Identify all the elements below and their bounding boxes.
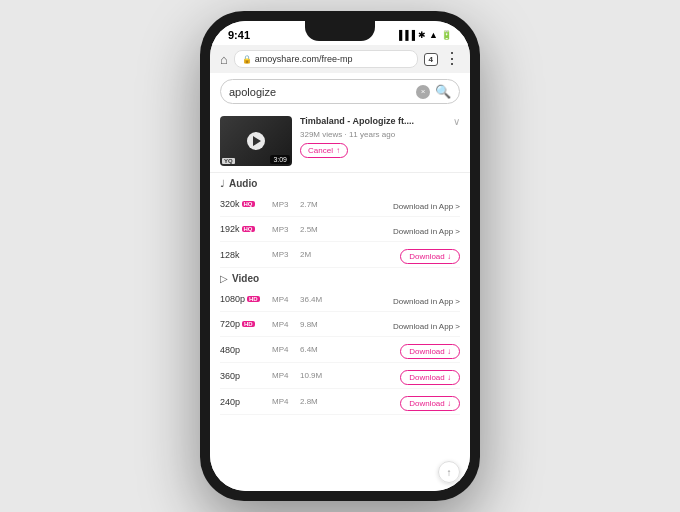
- clear-search-button[interactable]: ×: [416, 85, 430, 99]
- vq-badge: YQ: [222, 158, 235, 164]
- action-col: Download ↓: [332, 340, 460, 359]
- action-col: Download in App >: [332, 195, 460, 213]
- download-in-app-link[interactable]: Download in App >: [393, 322, 460, 331]
- size-2.7m: 2.7M: [300, 200, 332, 209]
- quality-text: 360p: [220, 371, 240, 381]
- video-row-240p: 240p MP4 2.8M Download ↓: [220, 389, 460, 415]
- expand-icon[interactable]: ∨: [453, 116, 460, 127]
- quality-128k: 128k: [220, 250, 272, 260]
- size-6.4m: 6.4M: [300, 345, 332, 354]
- scroll-up-icon: ↑: [447, 467, 452, 478]
- search-bar[interactable]: apologize × 🔍: [220, 79, 460, 104]
- download-button-360p[interactable]: Download ↓: [400, 370, 460, 385]
- action-col: Download in App >: [332, 315, 460, 333]
- format-mp3: MP3: [272, 200, 300, 209]
- download-button-128k[interactable]: Download ↓: [400, 249, 460, 264]
- video-row-720p: 720p HD MP4 9.8M Download in App >: [220, 312, 460, 337]
- play-button[interactable]: [247, 132, 265, 150]
- search-query: apologize: [229, 86, 411, 98]
- quality-1080p: 1080p HD: [220, 294, 272, 304]
- download-in-app-link[interactable]: Download in App >: [393, 297, 460, 306]
- action-col: Download ↓: [332, 245, 460, 264]
- audio-row-128k: 128k MP3 2M Download ↓: [220, 242, 460, 268]
- format-mp4: MP4: [272, 371, 300, 380]
- browser-chrome: ⌂ 🔒 amoyshare.com/free-mp 4 ⋮: [210, 45, 470, 73]
- cancel-label: Cancel: [308, 146, 333, 155]
- video-result-card: 3:09 YQ Timbaland - Apologize ft.... 329…: [210, 110, 470, 173]
- hd-badge: HD: [247, 296, 260, 302]
- tab-count[interactable]: 4: [424, 53, 438, 66]
- lock-icon: 🔒: [242, 55, 252, 64]
- home-icon[interactable]: ⌂: [220, 52, 228, 67]
- format-mp3: MP3: [272, 225, 300, 234]
- action-col: Download ↓: [332, 392, 460, 411]
- play-icon: [253, 136, 261, 146]
- scroll-to-top-button[interactable]: ↑: [438, 461, 460, 483]
- url-text: amoyshare.com/free-mp: [255, 54, 410, 64]
- video-meta: 329M views · 11 years ago: [300, 130, 445, 139]
- download-in-app-link[interactable]: Download in App >: [393, 202, 460, 211]
- quality-360p: 360p: [220, 371, 272, 381]
- video-section-title: Video: [232, 273, 259, 284]
- action-col: Download ↓: [332, 366, 460, 385]
- action-col: Download in App >: [332, 290, 460, 308]
- signal-icon: ▐▐▐: [396, 30, 415, 40]
- video-download-section: ▷ Video 1080p HD MP4 36.4M Download in A…: [210, 268, 470, 415]
- size-36.4m: 36.4M: [300, 295, 332, 304]
- format-mp4: MP4: [272, 345, 300, 354]
- search-container: apologize × 🔍: [210, 73, 470, 110]
- audio-icon: ♩: [220, 178, 225, 189]
- browser-toolbar: ⌂ 🔒 amoyshare.com/free-mp 4 ⋮: [220, 50, 460, 68]
- download-button-240p[interactable]: Download ↓: [400, 396, 460, 411]
- video-thumbnail[interactable]: 3:09 YQ: [220, 116, 292, 166]
- download-button-480p[interactable]: Download ↓: [400, 344, 460, 359]
- hq-badge: HQ: [242, 226, 255, 232]
- quality-text: 480p: [220, 345, 240, 355]
- video-info: Timbaland - Apologize ft.... 329M views …: [300, 116, 445, 158]
- address-bar[interactable]: 🔒 amoyshare.com/free-mp: [234, 50, 418, 68]
- quality-480p: 480p: [220, 345, 272, 355]
- size-2.8m: 2.8M: [300, 397, 332, 406]
- phone-frame: 9:41 ▐▐▐ ✱ ▲ 🔋 ⌂ 🔒 amoyshare.com/free-mp…: [200, 11, 480, 501]
- audio-row-320k: 320k HQ MP3 2.7M Download in App >: [220, 192, 460, 217]
- quality-240p: 240p: [220, 397, 272, 407]
- bluetooth-icon: ✱: [418, 30, 426, 40]
- content-area: 3:09 YQ Timbaland - Apologize ft.... 329…: [210, 110, 470, 491]
- quality-text: 240p: [220, 397, 240, 407]
- status-icons: ▐▐▐ ✱ ▲ 🔋: [396, 30, 452, 40]
- phone-screen: 9:41 ▐▐▐ ✱ ▲ 🔋 ⌂ 🔒 amoyshare.com/free-mp…: [210, 21, 470, 491]
- size-2m: 2M: [300, 250, 332, 259]
- quality-text: 1080p: [220, 294, 245, 304]
- size-2.5m: 2.5M: [300, 225, 332, 234]
- download-in-app-link[interactable]: Download in App >: [393, 227, 460, 236]
- status-time: 9:41: [228, 29, 250, 41]
- format-mp3: MP3: [272, 250, 300, 259]
- video-section-header: ▷ Video: [220, 268, 460, 287]
- format-mp4: MP4: [272, 320, 300, 329]
- more-menu-icon[interactable]: ⋮: [444, 51, 460, 67]
- quality-text: 320k: [220, 199, 240, 209]
- video-row-360p: 360p MP4 10.9M Download ↓: [220, 363, 460, 389]
- video-row-480p: 480p MP4 6.4M Download ↓: [220, 337, 460, 363]
- hd-badge: HD: [242, 321, 255, 327]
- battery-icon: 🔋: [441, 30, 452, 40]
- video-row-1080p: 1080p HD MP4 36.4M Download in App >: [220, 287, 460, 312]
- action-col: Download in App >: [332, 220, 460, 238]
- cancel-button[interactable]: Cancel ↑: [300, 143, 348, 158]
- quality-text: 128k: [220, 250, 240, 260]
- size-10.9m: 10.9M: [300, 371, 332, 380]
- audio-section-title: Audio: [229, 178, 257, 189]
- video-title: Timbaland - Apologize ft....: [300, 116, 445, 128]
- wifi-icon: ▲: [429, 30, 438, 40]
- search-icon[interactable]: 🔍: [435, 84, 451, 99]
- notch: [305, 21, 375, 41]
- clear-icon: ×: [421, 87, 426, 96]
- audio-row-192k: 192k HQ MP3 2.5M Download in App >: [220, 217, 460, 242]
- size-9.8m: 9.8M: [300, 320, 332, 329]
- hq-badge: HQ: [242, 201, 255, 207]
- quality-text: 720p: [220, 319, 240, 329]
- audio-section-header: ♩ Audio: [220, 173, 460, 192]
- quality-text: 192k: [220, 224, 240, 234]
- format-mp4: MP4: [272, 397, 300, 406]
- video-icon: ▷: [220, 273, 228, 284]
